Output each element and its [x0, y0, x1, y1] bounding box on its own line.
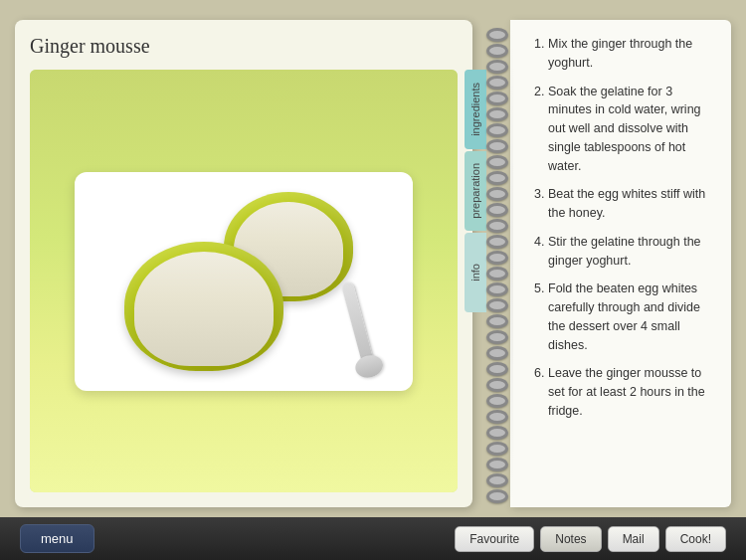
ring	[486, 251, 508, 265]
notebook-page: Mix the ginger through the yoghurt.Soak …	[510, 20, 731, 507]
food-scene	[30, 70, 458, 492]
recipe-step: Fold the beaten egg whites carefully thr…	[548, 280, 716, 354]
ring	[486, 219, 508, 233]
ring	[486, 298, 508, 312]
tab-ingredients-label: ingredients	[469, 83, 481, 136]
ring	[486, 235, 508, 249]
recipe-step: Stir the gelatine through the ginger yog…	[548, 233, 716, 271]
recipe-card: Ginger mousse	[15, 20, 472, 507]
ring	[486, 362, 508, 376]
bottom-toolbar: menu Favourite Notes Mail Cook!	[0, 517, 746, 560]
ring	[486, 92, 508, 105]
ring	[486, 282, 508, 296]
ring	[486, 76, 508, 90]
tab-info-label: info	[469, 264, 481, 281]
recipe-step: Leave the ginger mousse to set for at le…	[548, 364, 716, 420]
menu-button[interactable]: menu	[20, 524, 94, 553]
bowl-group	[94, 182, 393, 381]
ring	[486, 426, 508, 440]
ring	[486, 267, 508, 280]
ring	[486, 44, 508, 58]
ring	[486, 378, 508, 392]
favourite-button[interactable]: Favourite	[455, 526, 534, 552]
main-container: Ginger mousse	[0, 0, 746, 517]
ring	[486, 155, 508, 169]
recipe-steps: Mix the ginger through the yoghurt.Soak …	[530, 35, 716, 421]
ring	[486, 203, 508, 217]
notebook-container: ingredients preparation info Mix the gin…	[482, 20, 731, 507]
spoon	[341, 280, 373, 360]
tab-preparation-label: preparation	[469, 163, 481, 219]
ring	[486, 60, 508, 74]
recipe-step: Beat the egg whites stiff with the honey…	[548, 185, 716, 223]
recipe-image	[30, 70, 458, 492]
ring	[486, 346, 508, 360]
ring	[486, 139, 508, 153]
ring	[486, 171, 508, 185]
notes-button[interactable]: Notes	[540, 526, 601, 552]
ring	[486, 410, 508, 424]
recipe-step: Soak the gelatine for 3 minutes in cold …	[548, 83, 716, 176]
ring	[486, 442, 508, 456]
ring	[486, 394, 508, 408]
ring	[486, 473, 508, 487]
ring	[486, 107, 508, 121]
action-buttons: Favourite Notes Mail Cook!	[455, 526, 726, 552]
ring	[486, 489, 508, 503]
recipe-title: Ginger mousse	[30, 35, 458, 58]
ring	[486, 314, 508, 328]
ring	[486, 187, 508, 201]
white-plate	[75, 172, 413, 391]
cook-button[interactable]: Cook!	[665, 526, 726, 552]
ring	[486, 458, 508, 471]
bowl-bottom	[124, 242, 283, 371]
ring	[486, 330, 508, 344]
recipe-step: Mix the ginger through the yoghurt.	[548, 35, 716, 73]
ring	[486, 123, 508, 137]
ring	[486, 28, 508, 42]
mail-button[interactable]: Mail	[608, 526, 659, 552]
spiral-rings	[482, 20, 512, 507]
